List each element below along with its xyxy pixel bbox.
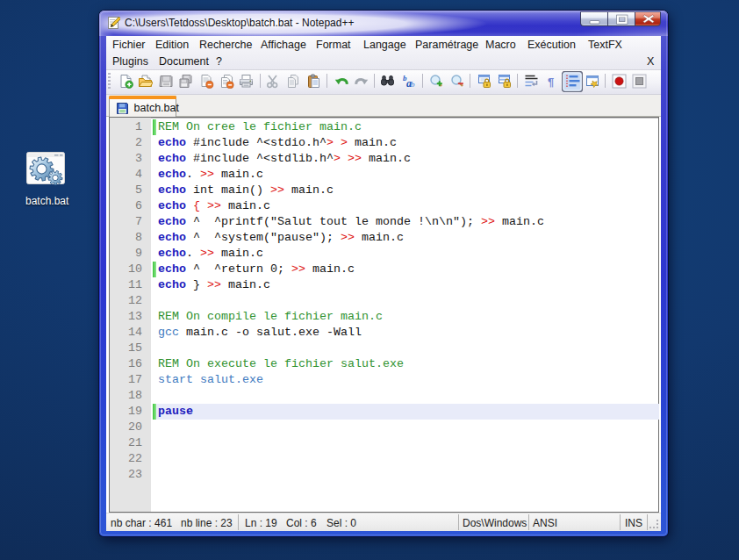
svg-text:b: b — [411, 80, 415, 89]
svg-text:¶: ¶ — [548, 75, 554, 89]
